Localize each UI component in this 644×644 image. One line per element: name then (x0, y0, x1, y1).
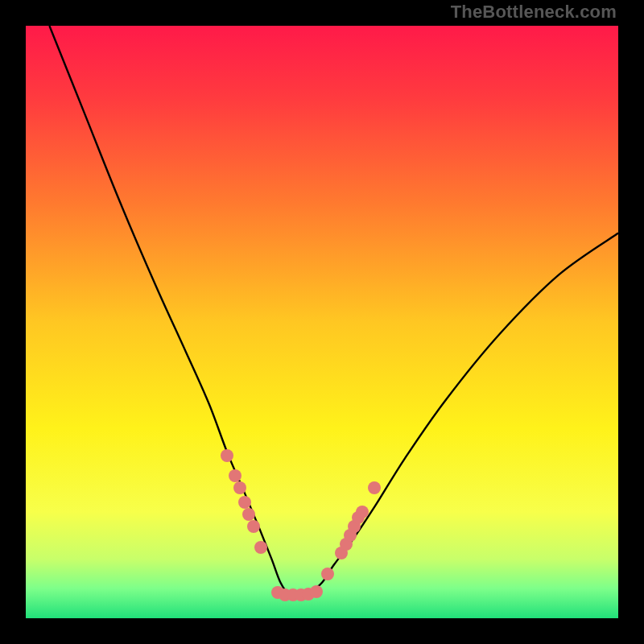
data-marker (221, 449, 233, 462)
watermark-text: TheBottleneck.com (451, 2, 617, 23)
data-markers-layer (26, 26, 618, 618)
data-marker (310, 585, 323, 598)
data-marker (233, 481, 246, 494)
chart-frame: TheBottleneck.com (0, 0, 644, 644)
data-marker (247, 520, 260, 533)
data-marker (229, 469, 242, 482)
data-marker (356, 506, 369, 518)
data-marker (254, 541, 267, 554)
data-marker (321, 568, 334, 580)
plot-area (26, 26, 618, 618)
data-marker (242, 508, 255, 521)
data-marker (368, 481, 381, 494)
data-marker (238, 496, 251, 509)
